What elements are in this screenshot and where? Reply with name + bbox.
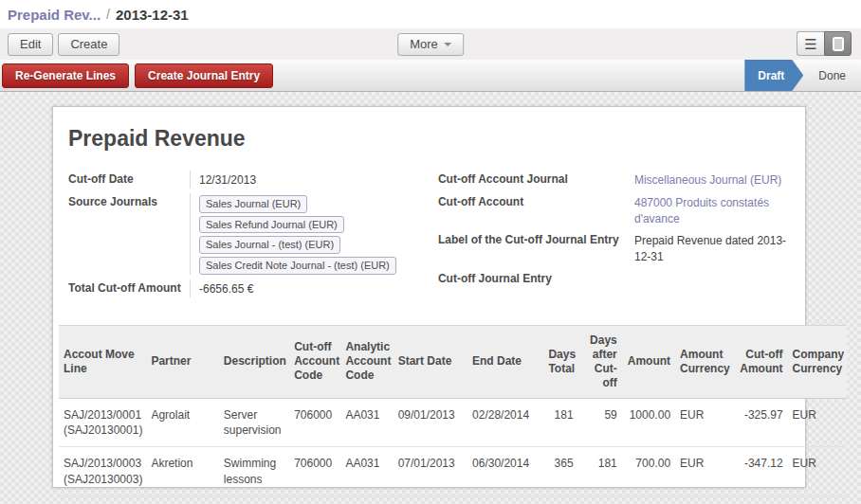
table-cell: 10/01/2013 <box>394 495 467 504</box>
table-cell: SAJ/2013/0002 (SAJ20130002) <box>59 495 146 504</box>
status-step-done[interactable]: Done <box>803 60 861 91</box>
column-header: Days after Cut-off <box>578 325 622 398</box>
more-button-label: More <box>410 37 438 51</box>
form-icon <box>833 37 844 51</box>
table-cell: Camptocamp <box>146 495 218 504</box>
field-value-link[interactable]: Miscellaneous Journal (EUR) <box>626 171 790 189</box>
field-value-link[interactable]: 487000 Produits constatés d'avance <box>626 193 790 227</box>
field-label: Total Cut-off Amount <box>68 279 190 297</box>
caret-down-icon <box>444 43 451 46</box>
status-step-draft[interactable]: Draft <box>744 60 803 91</box>
column-header: Start Date <box>394 325 467 398</box>
table-cell: 06/30/2014 <box>467 447 543 495</box>
list-view-button[interactable]: ☰ <box>797 31 824 56</box>
column-header: Amount <box>622 325 675 398</box>
regenerate-lines-button[interactable]: Re-Generate Lines <box>2 63 129 88</box>
column-header: Company Currency <box>788 325 847 398</box>
table-cell: -5983.56 <box>732 495 787 504</box>
table-row[interactable]: SAJ/2013/0001 (SAJ20130001)AgrolaitServe… <box>59 398 847 446</box>
table-row[interactable]: SAJ/2013/0002 (SAJ20130002)CamptocampMai… <box>59 495 847 504</box>
field-row: Total Cut-off Amount-6656.65 € <box>68 279 425 297</box>
field-row: Label of the Cut-off Journal EntryPrepai… <box>438 231 790 265</box>
edit-button[interactable]: Edit <box>8 33 53 56</box>
table-cell: 273 <box>578 495 622 504</box>
journal-tag: Sales Journal - (test) (EUR) <box>199 236 340 254</box>
field-label: Cut-off Journal Entry <box>438 270 626 286</box>
table-cell: 181 <box>543 398 577 446</box>
journal-tag: Sales Credit Note Journal - (test) (EUR) <box>199 257 396 275</box>
table-cell: Swimming lessons <box>219 447 289 495</box>
create-journal-entry-button[interactable]: Create Journal Entry <box>135 63 273 88</box>
table-cell: Akretion <box>146 447 218 495</box>
field-row: Cut-off Account487000 Produits constatés… <box>438 193 790 227</box>
table-row[interactable]: SAJ/2013/0003 (SAJ20130003)AkretionSwimm… <box>59 447 847 495</box>
column-header: End Date <box>467 325 543 398</box>
column-header: Amount Currency <box>675 325 732 398</box>
field-row: Cut-off Journal Entry <box>438 270 790 286</box>
table-cell: EUR <box>675 447 732 495</box>
more-button[interactable]: More <box>397 33 464 56</box>
field-value: Sales Journal (EUR)Sales Refund Journal … <box>190 193 425 275</box>
table-cell: 59 <box>578 398 622 446</box>
table-cell: 700.00 <box>622 447 675 495</box>
table-cell: AA034 <box>340 495 393 504</box>
field-label: Cut-off Date <box>68 171 190 189</box>
table-cell: 02/28/2014 <box>467 398 543 446</box>
table-header-row: Accout Move LinePartnerDescriptionCut-of… <box>59 325 847 398</box>
table-cell: 706000 <box>289 398 340 446</box>
field-row: Cut-off Account JournalMiscellaneous Jou… <box>438 171 790 189</box>
toolbar: Edit Create More ☰ <box>0 28 861 60</box>
page-title: Prepaid Revenue <box>68 126 790 152</box>
table-cell: EUR <box>788 495 847 504</box>
table-cell: EUR <box>675 495 732 504</box>
journal-tag: Sales Journal (EUR) <box>199 195 307 213</box>
table-cell: SAJ/2013/0003 (SAJ20130003) <box>59 447 146 495</box>
list-icon: ☰ <box>804 37 816 51</box>
table-cell: EUR <box>675 398 732 446</box>
table-cell: Maintenance contract <box>219 495 289 504</box>
action-bar: Re-Generate Lines Create Journal Entry D… <box>0 60 861 92</box>
table-cell: 8000.00 <box>622 495 675 504</box>
field-row: Cut-off Date12/31/2013 <box>68 171 425 189</box>
table-cell: 09/30/2014 <box>467 495 543 504</box>
table-cell: Agrolait <box>146 398 218 446</box>
table-cell: EUR <box>788 398 847 446</box>
field-row: Source JournalsSales Journal (EUR)Sales … <box>68 193 425 275</box>
form-view-button[interactable] <box>824 31 852 56</box>
field-value: 12/31/2013 <box>190 171 425 189</box>
breadcrumb-parent-link[interactable]: Prepaid Rev... <box>8 7 101 23</box>
table-cell: AA031 <box>340 447 393 495</box>
column-header: Partner <box>146 325 218 398</box>
column-header: Analytic Account Code <box>340 325 393 398</box>
tag-list: Sales Journal (EUR)Sales Refund Journal … <box>199 195 425 275</box>
table-cell: AA031 <box>340 398 393 446</box>
form-sheet: Prepaid Revenue Cut-off Date12/31/2013So… <box>52 106 806 488</box>
table-cell: 07/01/2013 <box>394 447 467 495</box>
field-group-left: Cut-off Date12/31/2013Source JournalsSal… <box>68 171 425 302</box>
table-cell: SAJ/2013/0001 (SAJ20130001) <box>59 398 146 446</box>
table-cell: 1000.00 <box>622 398 675 446</box>
field-value: Prepaid Revenue dated 2013-12-31 <box>626 231 790 265</box>
create-button[interactable]: Create <box>58 33 119 56</box>
breadcrumb-separator: / <box>106 7 110 22</box>
column-header: Cut-off Account Code <box>289 325 340 398</box>
column-header: Accout Move Line <box>59 325 146 398</box>
lines-table-wrap: Accout Move LinePartnerDescriptionCut-of… <box>59 325 847 504</box>
view-switcher: ☰ <box>797 31 852 56</box>
account-move-lines-table: Accout Move LinePartnerDescriptionCut-of… <box>59 325 847 504</box>
breadcrumb: Prepaid Rev... / 2013-12-31 <box>0 0 861 28</box>
column-header: Days Total <box>543 325 577 398</box>
table-cell: -325.97 <box>732 398 787 446</box>
breadcrumb-current: 2013-12-31 <box>116 7 189 23</box>
page-background: Prepaid Revenue Cut-off Date12/31/2013So… <box>0 92 861 504</box>
field-label: Cut-off Account Journal <box>438 171 626 189</box>
table-cell: 706000 <box>289 447 340 495</box>
table-cell: 706000 <box>289 495 340 504</box>
field-label: Label of the Cut-off Journal Entry <box>438 231 626 265</box>
field-label: Cut-off Account <box>438 193 626 227</box>
field-value <box>626 270 790 286</box>
table-cell: 365 <box>543 447 577 495</box>
table-cell: Server supervision <box>219 398 289 446</box>
table-cell: 365 <box>543 495 577 504</box>
field-value: -6656.65 € <box>190 279 425 297</box>
